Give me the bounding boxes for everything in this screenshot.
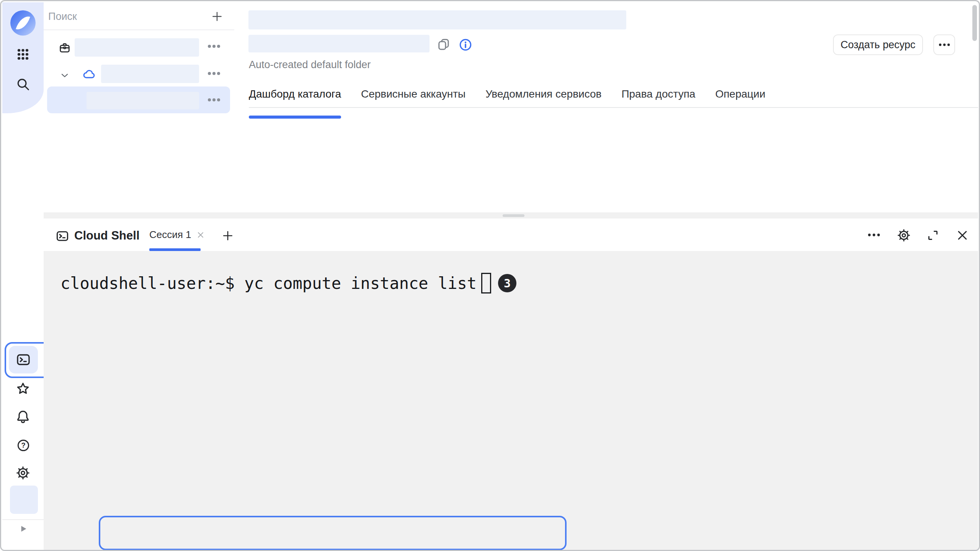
page-scrollbar-thumb[interactable] — [972, 5, 977, 41]
shell-menu-icon[interactable] — [867, 233, 881, 237]
terminal-command: yc compute instance list — [244, 274, 477, 293]
tab-operations[interactable]: Операции — [715, 88, 765, 107]
folder-subtitle: Auto-created default folder — [249, 59, 371, 71]
resource-tree-panel — [44, 2, 235, 212]
cloud-shell-terminal-icon — [56, 229, 69, 243]
cloud-icon — [82, 67, 96, 82]
step3-number: 3 — [504, 277, 511, 290]
notifications-bell-icon[interactable] — [15, 409, 31, 424]
briefcase-icon — [58, 41, 71, 54]
tab-access-rights[interactable]: Права доступа — [621, 88, 695, 107]
shell-close-icon[interactable] — [956, 228, 969, 242]
folder-overview-panel: Auto-created default folder Дашборд ката… — [234, 2, 978, 212]
cloud-shell-toggle-button[interactable] — [9, 346, 38, 373]
session-tab-label: Сессия 1 — [149, 229, 191, 241]
row-menu-icon[interactable] — [207, 44, 220, 49]
info-icon[interactable] — [458, 37, 473, 52]
skeleton-org-name — [75, 38, 199, 57]
search-icon[interactable] — [15, 77, 31, 92]
row-menu-icon[interactable] — [207, 71, 220, 76]
tab-service-notifications[interactable]: Уведомления сервисов — [485, 88, 601, 107]
yandex-cloud-logo[interactable] — [10, 10, 36, 36]
folder-tabs: Дашборд каталога Сервисные аккаунты Увед… — [249, 88, 978, 108]
folder-more-actions-button[interactable] — [933, 34, 955, 55]
tree-row-folder-selected[interactable] — [47, 86, 230, 113]
cloud-shell-header: Cloud Shell Сессия 1 — [44, 218, 978, 251]
row-menu-icon[interactable] — [207, 98, 220, 102]
left-rail: 2 ? — [2, 2, 44, 551]
cloud-shell-title: Cloud Shell — [74, 229, 140, 243]
skeleton-folder-name — [87, 92, 199, 109]
session-tab[interactable]: Сессия 1 — [149, 218, 205, 251]
terminal-command-line[interactable]: cloudshell-user:~$ yc compute instance l… — [60, 266, 516, 300]
session-close-icon[interactable] — [196, 230, 205, 240]
annotation-step3-box — [99, 516, 567, 550]
new-session-plus-icon[interactable] — [222, 230, 234, 242]
terminal-prompt: cloudshell-user:~$ — [60, 274, 235, 293]
collapse-rail-icon[interactable] — [18, 524, 28, 534]
terminal-cursor — [481, 273, 491, 293]
help-icon[interactable]: ? — [16, 438, 31, 453]
chevron-down-icon[interactable] — [59, 70, 70, 81]
favorites-star-icon[interactable] — [15, 381, 31, 396]
logo-leaf-shape — [16, 14, 30, 32]
apps-grid-icon[interactable] — [15, 47, 31, 62]
rail-divider — [2, 519, 44, 520]
shell-expand-icon[interactable] — [926, 228, 940, 242]
create-resource-button[interactable]: Создать ресурс — [833, 34, 923, 55]
tree-search-input[interactable] — [47, 8, 175, 24]
skeleton-cloud-name — [101, 65, 199, 83]
copy-id-icon[interactable] — [437, 37, 451, 51]
shell-settings-gear-icon[interactable] — [897, 228, 911, 243]
resize-handle[interactable] — [503, 214, 524, 217]
tree-search-row — [44, 2, 234, 30]
skeleton-folder-title — [248, 35, 430, 52]
skeleton-breadcrumb — [248, 10, 626, 29]
settings-gear-icon[interactable] — [15, 465, 31, 481]
annotation-step3-badge: 3 — [498, 274, 516, 292]
svg-text:?: ? — [21, 442, 25, 449]
terminal-area[interactable]: cloudshell-user:~$ yc compute instance l… — [44, 251, 978, 551]
panel-resize-divider[interactable] — [44, 212, 978, 218]
tab-service-accounts[interactable]: Сервисные аккаунты — [361, 88, 466, 107]
console-window: 2 ? — [0, 0, 980, 551]
add-resource-plus-icon[interactable] — [211, 10, 223, 23]
account-avatar-skeleton[interactable] — [10, 486, 38, 514]
tab-dashboard[interactable]: Дашборд каталога — [249, 88, 341, 107]
